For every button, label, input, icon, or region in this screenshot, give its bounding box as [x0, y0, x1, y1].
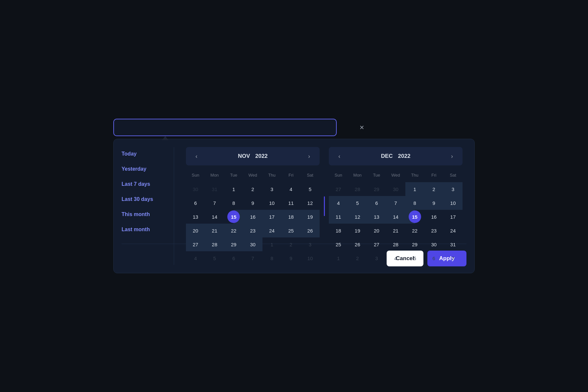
table-row[interactable]: 22	[405, 224, 424, 237]
table-row[interactable]: 25	[282, 224, 301, 237]
table-row[interactable]: 3	[262, 182, 282, 196]
table-row[interactable]: 30	[386, 182, 405, 196]
table-row[interactable]: 11	[282, 196, 301, 210]
sidebar-item-last7[interactable]: Last 7 days	[122, 180, 166, 188]
table-row[interactable]: 11	[329, 210, 348, 224]
table-row[interactable]: 22	[224, 224, 243, 237]
table-row[interactable]: 1	[405, 182, 424, 196]
table-row[interactable]: 17	[262, 210, 282, 224]
table-row[interactable]: 31	[205, 182, 224, 196]
date-range-input[interactable]: 2022-11-15 ~ 2022-12-15	[113, 119, 337, 136]
dec-month-year: DEC 2022	[381, 153, 411, 159]
table-row[interactable]: 8	[224, 196, 243, 210]
nov-day-wed: Wed	[243, 171, 262, 180]
table-row[interactable]: 23	[424, 224, 443, 237]
table-row[interactable]: 27	[329, 182, 348, 196]
table-row[interactable]: 1	[224, 182, 243, 196]
clear-button[interactable]: ✕	[357, 123, 366, 132]
table-row[interactable]: 17	[443, 210, 463, 224]
table-row[interactable]: 26	[301, 224, 320, 237]
nov-prev-btn[interactable]: ‹	[191, 151, 202, 161]
sidebar-item-yesterday[interactable]: Yesterday	[122, 165, 166, 173]
sidebar-item-thismonth[interactable]: This month	[122, 210, 166, 219]
table-row[interactable]: 16	[243, 210, 262, 224]
table-row[interactable]: 19	[348, 224, 367, 237]
nov-day-tue: Tue	[224, 171, 243, 180]
nov-day-thu: Thu	[262, 171, 282, 180]
sidebar-item-lastmonth[interactable]: Last month	[122, 225, 166, 234]
dec-day-tue: Tue	[367, 171, 386, 180]
table-row[interactable]: 12	[348, 210, 367, 224]
table-row[interactable]: 15	[405, 210, 424, 224]
table-row[interactable]: 18	[329, 224, 348, 237]
nov-day-sun: Sun	[186, 171, 205, 180]
table-row[interactable]: 10	[262, 196, 282, 210]
table-row[interactable]: 23	[243, 224, 262, 237]
table-row[interactable]: 7	[386, 196, 405, 210]
picker-panel: Today Yesterday Last 7 days Last 30 days…	[113, 139, 475, 273]
table-row[interactable]: 16	[424, 210, 443, 224]
nov-next-btn[interactable]: ›	[304, 151, 314, 161]
table-row[interactable]: 20	[367, 224, 386, 237]
dec-day-headers: Sun Mon Tue Wed Thu Fri Sat	[329, 171, 463, 180]
table-row[interactable]: 2	[243, 182, 262, 196]
table-row[interactable]: 19	[301, 210, 320, 224]
table-row[interactable]: 9	[424, 196, 443, 210]
table-row[interactable]: 4	[282, 182, 301, 196]
dec-month: DEC	[381, 153, 393, 159]
table-row[interactable]: 24	[443, 224, 463, 237]
table-row[interactable]: 14	[205, 210, 224, 224]
table-row[interactable]: 13	[367, 210, 386, 224]
nov-month: NOV	[238, 153, 250, 159]
table-row[interactable]: 8	[405, 196, 424, 210]
table-row[interactable]: 24	[262, 224, 282, 237]
table-row[interactable]: 4	[329, 196, 348, 210]
table-row[interactable]: 13	[186, 210, 205, 224]
table-row[interactable]: 12	[301, 196, 320, 210]
table-row[interactable]: 6	[186, 196, 205, 210]
nov-day-headers: Sun Mon Tue Wed Thu Fri Sat	[186, 171, 320, 180]
table-row[interactable]: 28	[348, 182, 367, 196]
table-row[interactable]: 2	[424, 182, 443, 196]
table-row[interactable]: 18	[282, 210, 301, 224]
dec-day-sat: Sat	[443, 171, 463, 180]
dec-day-mon: Mon	[348, 171, 367, 180]
dec-day-fri: Fri	[424, 171, 443, 180]
dropdown-arrow	[162, 136, 169, 140]
table-row[interactable]: 29	[367, 182, 386, 196]
table-row[interactable]: 21	[205, 224, 224, 237]
table-row[interactable]: 30	[186, 182, 205, 196]
sidebar-item-today[interactable]: Today	[122, 150, 166, 158]
table-row[interactable]: 5	[348, 196, 367, 210]
nov-month-year: NOV 2022	[238, 153, 268, 159]
table-row[interactable]: 21	[386, 224, 405, 237]
nov-day-sat: Sat	[301, 171, 320, 180]
nov-day-mon: Mon	[205, 171, 224, 180]
dec-year: 2022	[398, 153, 411, 159]
dec-day-wed: Wed	[386, 171, 405, 180]
dec-next-btn[interactable]: ›	[447, 151, 457, 161]
table-row[interactable]: 7	[205, 196, 224, 210]
table-row[interactable]: 20	[186, 224, 205, 237]
table-row[interactable]: 10	[443, 196, 463, 210]
table-row[interactable]: 5	[301, 182, 320, 196]
dec-prev-btn[interactable]: ‹	[334, 151, 345, 161]
dec-day-thu: Thu	[405, 171, 424, 180]
table-row[interactable]: 15	[224, 210, 243, 224]
table-row[interactable]: 9	[243, 196, 262, 210]
table-row[interactable]: 14	[386, 210, 405, 224]
dec-day-sun: Sun	[329, 171, 348, 180]
dec-header: ‹ DEC 2022 ›	[329, 147, 463, 165]
nov-year: 2022	[255, 153, 268, 159]
nov-day-fri: Fri	[282, 171, 301, 180]
table-row[interactable]: 6	[367, 196, 386, 210]
table-row[interactable]: 3	[443, 182, 463, 196]
nov-header: ‹ NOV 2022 ›	[186, 147, 320, 165]
sidebar-item-last30[interactable]: Last 30 days	[122, 195, 166, 204]
